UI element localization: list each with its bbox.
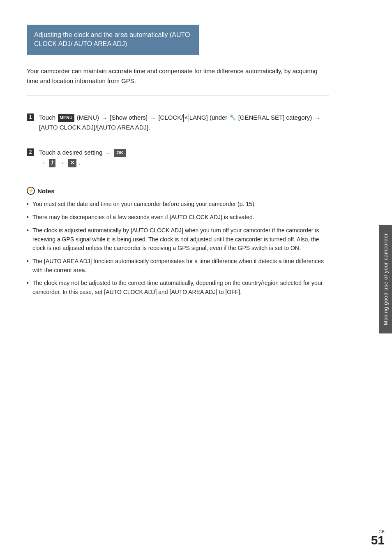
step-2: 2 Touch a desired setting → OK → ⤴ → ✕ . — [27, 140, 329, 175]
step-2-content: Touch a desired setting → OK → ⤴ → ✕ . — [39, 148, 329, 167]
notes-label: Notes — [37, 188, 55, 194]
notes-icon: ⚡ — [27, 187, 35, 195]
arrow-5: → — [40, 160, 46, 166]
note-item-4: The [AUTO AREA ADJ] function automatical… — [27, 257, 329, 275]
notes-list: You must set the date and time on your c… — [27, 200, 329, 296]
page-number-area: GB 51 — [371, 530, 385, 546]
page-number: 51 — [371, 533, 385, 547]
close-button-icon: ✕ — [68, 159, 76, 167]
title-box: Adjusting the clock and the area automat… — [27, 25, 199, 55]
step-1-number: 1 — [27, 113, 34, 121]
arrow-3: → — [314, 115, 320, 121]
main-content: Adjusting the clock and the area automat… — [0, 0, 353, 558]
note-item-2: There may be discrepancies of a few seco… — [27, 213, 329, 222]
note-item-3: The clock is adjusted automatically by [… — [27, 226, 329, 253]
page-title: Adjusting the clock and the area automat… — [34, 31, 190, 47]
clock-lang-icon: A — [183, 114, 189, 122]
step-2-number: 2 — [27, 148, 34, 156]
note-item-1: You must set the date and time on your c… — [27, 200, 329, 209]
page-wrapper: Adjusting the clock and the area automat… — [0, 0, 392, 558]
ok-button-icon: OK — [114, 149, 126, 157]
menu-icon: MENU — [58, 114, 74, 122]
step-2-text: Touch a desired setting — [39, 149, 102, 156]
back-button-icon: ⤴ — [49, 159, 55, 167]
step-1: 1 Touch MENU (MENU) → [Show others] → [C… — [27, 105, 329, 140]
arrow-4: → — [105, 150, 111, 156]
period: . — [79, 159, 81, 166]
wrench-icon: 🔧 — [229, 113, 236, 122]
intro-paragraph: Your camcorder can maintain accurate tim… — [27, 66, 329, 95]
side-tab: Making good use of your camcorder — [379, 225, 392, 333]
step-1-content: Touch MENU (MENU) → [Show others] → [CLO… — [39, 113, 329, 132]
notes-section: ⚡ Notes You must set the date and time o… — [27, 187, 329, 296]
arrow-1: → — [101, 115, 107, 121]
notes-header: ⚡ Notes — [27, 187, 329, 195]
arrow-6: → — [59, 160, 65, 166]
side-tab-text: Making good use of your camcorder — [383, 233, 389, 325]
arrow-2: → — [150, 115, 156, 121]
note-item-5: The clock may not be adjusted to the cor… — [27, 279, 329, 296]
